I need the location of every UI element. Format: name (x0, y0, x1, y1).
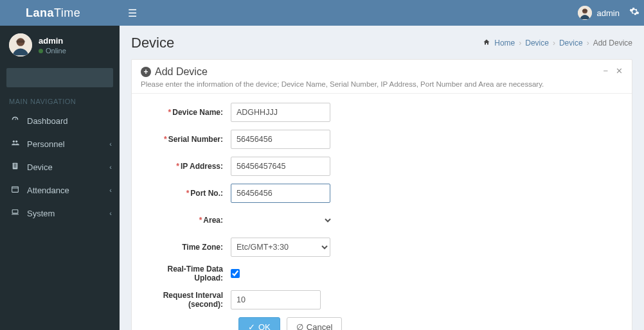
sidebar-item-label: Device (27, 162, 53, 172)
check-icon: ✓ (248, 322, 255, 331)
page-title: Device (131, 35, 174, 51)
svg-rect-2 (582, 10, 587, 12)
sidebar-item-system[interactable]: System ‹ (0, 202, 120, 225)
page-head: Device Home › Device › Device › Add Devi… (131, 35, 632, 51)
panel-head: + Add Device Please enter the informatio… (132, 60, 632, 94)
panel-title: + Add Device (141, 66, 603, 78)
breadcrumb-sep: › (553, 39, 555, 48)
panel-subtitle: Please enter the information of the devi… (141, 80, 603, 88)
content: Device Home › Device › Device › Add Devi… (120, 26, 644, 330)
topbar: LanaTime ☰ admin (0, 0, 644, 26)
chevron-left-icon: ‹ (109, 209, 112, 217)
cancel-button[interactable]: ∅ Cancel (287, 317, 342, 330)
device-name-input[interactable] (231, 103, 330, 122)
chevron-left-icon: ‹ (109, 163, 112, 171)
breadcrumb-sep: › (519, 39, 521, 48)
timezone-label: Time Zone: (141, 243, 231, 252)
brand-part1: Lana (26, 6, 54, 20)
add-device-panel: + Add Device Please enter the informatio… (131, 59, 632, 330)
sidebar-item-device[interactable]: Device ‹ (0, 155, 120, 178)
dashboard-icon (9, 116, 21, 126)
plus-circle-icon: + (141, 67, 151, 77)
svg-rect-12 (12, 187, 18, 193)
sidebar-item-attendance[interactable]: Attendance ‹ (0, 178, 120, 202)
svg-point-7 (15, 141, 17, 143)
chevron-left-icon: ‹ (109, 140, 112, 148)
avatar-icon (9, 33, 32, 56)
interval-input[interactable] (231, 290, 321, 309)
brand-part2: Time (54, 6, 80, 20)
sidebar-item-label: Personnel (27, 139, 65, 149)
avatar-icon (578, 6, 592, 20)
close-icon[interactable]: ✕ (616, 66, 623, 76)
realtime-checkbox[interactable] (231, 269, 240, 278)
svg-rect-14 (12, 210, 18, 213)
ip-address-input[interactable] (231, 157, 330, 176)
breadcrumb: Home › Device › Device › Add Device (483, 39, 632, 48)
breadcrumb-current: Add Device (593, 39, 632, 48)
svg-rect-9 (13, 164, 16, 164)
hamburger-icon[interactable]: ☰ (120, 7, 145, 19)
main-area: admin Online MAIN NAVIGATION Dashboard P… (0, 26, 644, 330)
breadcrumb-l2[interactable]: Device (559, 39, 583, 48)
sidebar-search-input[interactable] (6, 68, 113, 87)
calendar-icon (9, 185, 21, 195)
svg-rect-10 (13, 165, 16, 166)
topbar-username: admin (597, 8, 620, 18)
home-icon (483, 39, 490, 48)
add-device-form: *Device Name: *Serial Number: *IP Addres… (132, 94, 632, 330)
sidebar: admin Online MAIN NAVIGATION Dashboard P… (0, 26, 120, 330)
sidebar-item-label: Attendance (27, 186, 69, 195)
breadcrumb-sep: › (587, 39, 589, 48)
svg-rect-11 (13, 167, 16, 168)
device-icon (9, 162, 21, 172)
sidebar-item-personnel[interactable]: Personnel ‹ (0, 132, 120, 155)
laptop-icon (9, 208, 21, 218)
status-dot-icon (39, 49, 43, 53)
port-no-input[interactable] (231, 184, 330, 203)
ban-icon: ∅ (296, 322, 303, 331)
realtime-label: Real-Time Data Upload: (141, 265, 231, 282)
breadcrumb-home[interactable]: Home (494, 39, 515, 48)
sidebar-item-label: System (27, 209, 55, 218)
svg-rect-5 (16, 40, 25, 43)
ip-address-label: *IP Address: (141, 162, 231, 171)
device-name-label: *Device Name: (141, 108, 231, 117)
brand-logo[interactable]: LanaTime (0, 0, 120, 26)
topbar-user[interactable]: admin (578, 6, 625, 20)
svg-point-6 (12, 141, 14, 143)
chevron-left-icon: ‹ (109, 186, 112, 194)
area-select[interactable] (231, 211, 333, 230)
timezone-select[interactable]: Etc/GMT+3:30 (231, 238, 330, 257)
sidebar-user-panel: admin Online (0, 26, 120, 64)
minimize-icon[interactable]: − (603, 66, 608, 76)
sidebar-item-label: Dashboard (27, 116, 68, 126)
breadcrumb-l1[interactable]: Device (525, 39, 549, 48)
serial-number-label: *Serial Number: (141, 135, 231, 144)
sidebar-item-dashboard[interactable]: Dashboard (0, 109, 120, 132)
port-no-label: *Port No.: (141, 189, 231, 198)
settings-gear-icon[interactable] (625, 6, 644, 19)
serial-number-input[interactable] (231, 130, 330, 149)
sidebar-username: admin (39, 36, 66, 46)
sidebar-nav-header: MAIN NAVIGATION (0, 94, 120, 109)
interval-label: Request Interval (second): (141, 291, 231, 309)
area-label: *Area: (141, 216, 231, 225)
ok-button[interactable]: ✓ OK (238, 317, 280, 330)
sidebar-user-status: Online (39, 47, 66, 55)
sidebar-nav: Dashboard Personnel ‹ Device ‹ (0, 109, 120, 225)
users-icon (9, 139, 21, 149)
